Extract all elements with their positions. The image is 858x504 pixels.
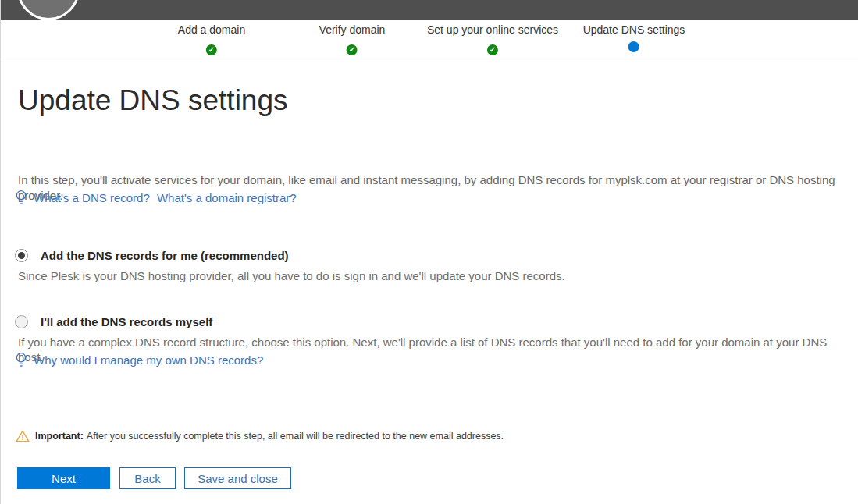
next-button[interactable]: Next bbox=[17, 467, 110, 489]
step-label: Update DNS settings bbox=[583, 23, 685, 36]
step-label: Set up your online services bbox=[427, 23, 558, 36]
check-icon: ✓ bbox=[347, 44, 358, 55]
why-manage-own-dns-link[interactable]: Why would I manage my own DNS records? bbox=[34, 353, 263, 367]
action-buttons: Next Back Save and close bbox=[17, 467, 291, 489]
check-icon: ✓ bbox=[487, 44, 498, 55]
step-update-dns-settings: Update DNS settings bbox=[583, 23, 685, 55]
option-add-records-for-me[interactable]: Add the DNS records for me (recommended) bbox=[15, 249, 289, 262]
wizard-steps-header: Add a domain ✓ Verify domain ✓ Set up yo… bbox=[1, 20, 858, 59]
page-title: Update DNS settings bbox=[18, 84, 288, 117]
top-bar bbox=[1, 0, 858, 20]
avatar[interactable] bbox=[17, 0, 80, 20]
update-dns-settings-page: Add a domain ✓ Verify domain ✓ Set up yo… bbox=[0, 0, 858, 504]
warning-text: After you successfully complete this ste… bbox=[87, 431, 504, 442]
option-add-records-myself[interactable]: I'll add the DNS records myself bbox=[15, 315, 212, 328]
radio-unselected-icon[interactable] bbox=[15, 315, 28, 328]
option-label: I'll add the DNS records myself bbox=[41, 315, 212, 328]
step-label: Verify domain bbox=[319, 23, 386, 36]
whats-dns-record-link[interactable]: What's a DNS record? bbox=[34, 191, 150, 204]
option-label: Add the DNS records for me (recommended) bbox=[41, 249, 289, 262]
important-warning: Important:After you successfully complet… bbox=[16, 430, 504, 442]
current-step-dot-icon bbox=[628, 41, 639, 52]
save-and-close-button[interactable]: Save and close bbox=[184, 467, 291, 489]
lightbulb-icon bbox=[15, 352, 27, 368]
lightbulb-icon bbox=[15, 190, 27, 206]
radio-selected-icon[interactable] bbox=[15, 249, 28, 262]
step-label: Add a domain bbox=[178, 23, 245, 36]
help-row-manage-own-dns: Why would I manage my own DNS records? bbox=[15, 352, 263, 368]
option-description: Since Plesk is your DNS hosting provider… bbox=[18, 268, 852, 283]
back-button[interactable]: Back bbox=[119, 467, 176, 489]
help-row-dns-record: What's a DNS record? What's a domain reg… bbox=[15, 190, 297, 206]
whats-domain-registrar-link[interactable]: What's a domain registrar? bbox=[157, 191, 297, 204]
step-add-a-domain: Add a domain ✓ bbox=[178, 23, 245, 55]
warning-icon bbox=[16, 430, 30, 442]
warning-label: Important: bbox=[35, 431, 84, 442]
step-verify-domain: Verify domain ✓ bbox=[319, 23, 386, 55]
check-icon: ✓ bbox=[206, 44, 217, 55]
step-set-up-online-services: Set up your online services ✓ bbox=[427, 23, 558, 55]
